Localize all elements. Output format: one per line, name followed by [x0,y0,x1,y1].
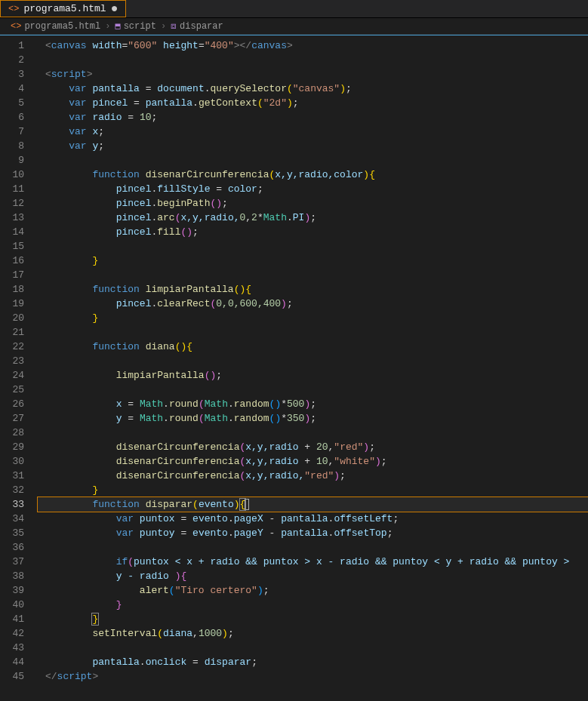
code-line[interactable]: } [38,612,588,626]
code-line[interactable]: pincel.clearRect(0,0,600,400); [38,297,588,311]
line-number: 25 [0,383,24,397]
code-line[interactable]: disenarCircunferencia(x,y,radio + 20,"re… [38,440,588,454]
line-number: 23 [0,354,24,368]
line-number: 32 [0,483,24,497]
code-line[interactable]: disenarCircunferencia(x,y,radio + 10,"wh… [38,454,588,469]
code-line[interactable] [38,239,588,254]
code-line[interactable]: setInterval(diana,1000); [38,626,588,641]
line-number: 42 [0,626,24,641]
line-number-gutter: 1234567891011121314151617181920212223242… [0,35,38,701]
editor-tab[interactable]: <> programa5.html ● [0,0,126,17]
line-number: 38 [0,569,24,583]
code-line[interactable]: limpiarPantalla(); [38,368,588,383]
code-line[interactable]: } [38,483,588,497]
line-number: 34 [0,512,24,526]
code-line[interactable] [38,383,588,397]
code-line[interactable]: pantalla.onclick = disparar; [38,655,588,669]
code-line[interactable]: pincel.fill(); [38,225,588,239]
text-cursor [245,499,249,510]
line-number: 28 [0,426,24,440]
line-number: 19 [0,297,24,311]
line-number: 35 [0,526,24,540]
code-line[interactable]: function limpiarPantalla(){ [38,282,588,297]
code-line[interactable]: var puntoy = evento.pageY - pantalla.off… [38,526,588,540]
line-number: 41 [0,612,24,626]
code-line[interactable] [38,354,588,368]
code-line[interactable]: } [38,311,588,325]
line-number: 3 [0,67,24,81]
code-line[interactable] [38,426,588,440]
code-line[interactable]: var puntox = evento.pageX - pantalla.off… [38,512,588,526]
code-line[interactable]: } [38,254,588,268]
line-number: 37 [0,555,24,569]
code-line[interactable]: pincel.beginPath(); [38,196,588,211]
line-number: 31 [0,469,24,483]
line-number: 1 [0,38,24,53]
code-content[interactable]: <canvas width="600" height="400"></canva… [38,35,588,701]
line-number: 29 [0,440,24,454]
line-number: 21 [0,325,24,340]
dirty-indicator-icon: ● [111,3,119,15]
code-editor[interactable]: 1234567891011121314151617181920212223242… [0,35,588,701]
line-number: 22 [0,340,24,354]
line-number: 14 [0,225,24,239]
code-line[interactable]: y = Math.round(Math.random()*350); [38,411,588,426]
code-line[interactable]: function disenarCircunferencia(x,y,radio… [38,168,588,182]
code-line[interactable]: x = Math.round(Math.random()*500); [38,397,588,411]
code-line[interactable]: <script> [38,67,588,81]
line-number: 26 [0,397,24,411]
code-line[interactable] [38,325,588,340]
code-line[interactable]: pincel.arc(x,y,radio,0,2*Math.PI); [38,211,588,225]
code-line[interactable]: var radio = 10; [38,110,588,125]
line-number: 43 [0,641,24,655]
code-line[interactable]: function diana(){ [38,340,588,354]
breadcrumb[interactable]: <> programa5.html › ⬒ script › ⧈ dispara… [0,18,588,35]
code-line[interactable]: var y; [38,139,588,153]
code-line[interactable] [38,641,588,655]
code-line[interactable] [38,268,588,282]
code-line[interactable] [38,53,588,67]
file-icon: <> [8,4,19,14]
line-number: 39 [0,583,24,598]
line-number: 16 [0,254,24,268]
breadcrumb-segment[interactable]: disparar [180,21,223,32]
line-number: 10 [0,168,24,182]
line-number: 44 [0,655,24,669]
line-number: 6 [0,110,24,125]
code-line[interactable]: <canvas width="600" height="400"></canva… [38,38,588,53]
line-number: 15 [0,239,24,254]
code-line[interactable]: if(puntox < x + radio && puntox > x - ra… [38,555,588,569]
line-number: 33 [0,497,24,512]
line-number: 8 [0,139,24,153]
code-line[interactable] [38,540,588,555]
line-number: 20 [0,311,24,325]
line-number: 36 [0,540,24,555]
line-number: 18 [0,282,24,297]
code-line[interactable]: alert("Tiro certero"); [38,583,588,598]
line-number: 45 [0,669,24,684]
code-line[interactable]: y - radio ){ [38,569,588,583]
breadcrumb-segment[interactable]: script [124,21,156,32]
line-number: 24 [0,368,24,383]
line-number: 40 [0,598,24,612]
code-line-current[interactable]: function disparar(evento){ [38,497,588,512]
code-line[interactable]: var x; [38,125,588,139]
code-line[interactable]: </script> [38,669,588,684]
code-line[interactable]: disenarCircunferencia(x,y,radio,"red"); [38,469,588,483]
code-line[interactable]: var pantalla = document.querySelector("c… [38,81,588,96]
code-line[interactable] [38,153,588,168]
tab-bar: <> programa5.html ● [0,0,588,18]
code-line[interactable]: var pincel = pantalla.getContext("2d"); [38,96,588,110]
line-number: 4 [0,81,24,96]
line-number: 27 [0,411,24,426]
chevron-right-icon: › [159,21,168,32]
code-line[interactable]: pincel.fillStyle = color; [38,182,588,196]
line-number: 30 [0,454,24,469]
chevron-right-icon: › [103,21,112,32]
code-line[interactable]: } [38,598,588,612]
method-icon: ⧈ [171,21,177,32]
line-number: 7 [0,125,24,139]
symbol-icon: ⬒ [115,20,120,32]
breadcrumb-file[interactable]: programa5.html [24,21,100,32]
line-number: 9 [0,153,24,168]
